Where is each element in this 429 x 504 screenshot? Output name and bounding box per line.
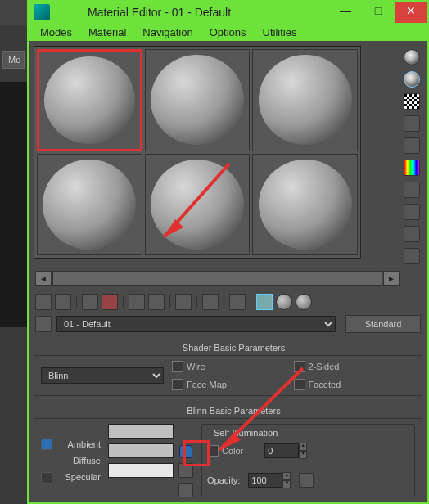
diffuse-specular-lock-icon[interactable] <box>41 472 52 484</box>
show-map-icon[interactable] <box>229 294 246 310</box>
rollout-title: Blinn Basic Parameters <box>46 406 422 416</box>
spin-up-icon[interactable]: ▲ <box>282 472 291 480</box>
material-id-icon[interactable] <box>202 294 219 310</box>
diffuse-label: Diffuse: <box>57 456 103 466</box>
side-toolbar <box>400 46 424 268</box>
material-map-nav-icon[interactable] <box>404 226 420 242</box>
left-panel-tab[interactable]: Mo <box>2 51 25 69</box>
sample-type-icon[interactable] <box>404 49 420 65</box>
self-illum-value[interactable] <box>264 443 299 458</box>
menu-material[interactable]: Material <box>80 25 134 40</box>
faceted-checkbox[interactable]: Faceted <box>294 379 403 390</box>
opacity-label: Opacity: <box>207 475 240 485</box>
show-end-result-icon[interactable] <box>256 294 273 310</box>
specular-swatch[interactable] <box>108 463 174 478</box>
background-icon[interactable] <box>404 93 420 110</box>
collapse-icon[interactable]: - <box>34 343 46 353</box>
material-slot-2[interactable] <box>145 49 251 151</box>
ambient-diffuse-lock-icon[interactable] <box>41 439 52 450</box>
material-type-button[interactable]: Standard <box>345 315 421 333</box>
sphere-preview <box>43 160 136 250</box>
face-map-checkbox[interactable]: Face Map <box>172 379 281 390</box>
shader-dropdown[interactable]: Blinn <box>41 367 164 384</box>
ambient-label: Ambient: <box>57 439 103 449</box>
options-icon[interactable] <box>404 182 420 198</box>
sphere-preview <box>151 55 244 145</box>
material-slots <box>34 46 361 259</box>
specular-label: Specular: <box>57 472 103 482</box>
go-forward-icon[interactable] <box>296 294 312 310</box>
diffuse-swatch[interactable] <box>108 443 174 458</box>
backlight-icon[interactable] <box>404 71 420 88</box>
material-name-dropdown[interactable]: 01 - Default <box>56 316 336 332</box>
menu-options[interactable]: Options <box>201 25 255 40</box>
select-by-material-icon[interactable] <box>404 204 420 220</box>
make-copy-icon[interactable] <box>129 294 145 310</box>
self-illum-group-label: Self-Illumination <box>210 428 281 438</box>
sphere-preview <box>259 160 352 250</box>
spin-down-icon[interactable]: ▼ <box>282 480 291 488</box>
two-sided-checkbox[interactable]: 2-Sided <box>294 361 403 372</box>
titlebar[interactable]: Material Editor - 01 - Default — □ ✕ <box>29 2 427 23</box>
shader-basic-rollout: - Shader Basic Parameters Blinn Wire 2-S… <box>34 340 422 396</box>
self-illum-spinner[interactable]: ▲▼ <box>264 443 307 459</box>
scroll-right-button[interactable]: ► <box>383 271 400 286</box>
self-illum-color-checkbox[interactable]: Color <box>207 445 243 457</box>
rollout-header[interactable]: - Blinn Basic Parameters <box>34 403 422 419</box>
material-slot-3[interactable] <box>252 49 358 151</box>
material-slot-4[interactable] <box>37 154 142 256</box>
spin-down-icon[interactable]: ▼ <box>299 451 307 459</box>
menu-navigation[interactable]: Navigation <box>134 25 201 40</box>
wire-checkbox[interactable]: Wire <box>172 361 281 372</box>
rollout-title: Shader Basic Parameters <box>46 343 422 353</box>
specular-map-button[interactable] <box>178 483 193 497</box>
slots-scrollbar[interactable]: ◄ ► <box>35 271 400 286</box>
sphere-preview <box>44 56 134 144</box>
ambient-lock-icon[interactable] <box>179 445 192 458</box>
close-button[interactable]: ✕ <box>395 2 427 23</box>
rollout-header[interactable]: - Shader Basic Parameters <box>34 340 422 356</box>
scrollbar-track[interactable] <box>52 271 382 286</box>
collapse-icon[interactable]: - <box>34 406 46 416</box>
diffuse-map-button[interactable] <box>178 463 193 478</box>
spin-up-icon[interactable]: ▲ <box>299 443 307 451</box>
material-slot-5[interactable] <box>145 154 251 256</box>
material-slot-6[interactable] <box>252 154 358 256</box>
menubar: Modes Material Navigation Options Utilit… <box>29 23 427 41</box>
menu-utilities[interactable]: Utilities <box>255 25 305 40</box>
sphere-preview <box>151 160 244 250</box>
material-slot-1[interactable] <box>37 49 142 151</box>
go-to-parent-icon[interactable] <box>276 294 292 310</box>
assign-to-selection-icon[interactable] <box>82 294 98 310</box>
minimize-button[interactable]: — <box>329 2 362 23</box>
reset-map-icon[interactable] <box>102 294 118 310</box>
sphere-preview <box>259 55 352 145</box>
make-unique-icon[interactable] <box>148 294 165 310</box>
opacity-value[interactable] <box>248 473 282 488</box>
opacity-spinner[interactable]: ▲▼ <box>248 472 291 488</box>
scroll-left-button[interactable]: ◄ <box>35 271 52 286</box>
slots-3x2-icon[interactable] <box>404 248 420 264</box>
pick-material-icon[interactable] <box>35 316 52 332</box>
maximize-button[interactable]: □ <box>362 2 395 23</box>
blinn-basic-rollout: - Blinn Basic Parameters Ambient: Dif <box>34 403 422 502</box>
ambient-swatch[interactable] <box>108 424 174 439</box>
put-to-scene-icon[interactable] <box>55 294 71 310</box>
menu-modes[interactable]: Modes <box>32 25 80 40</box>
sample-uv-icon[interactable] <box>404 115 420 132</box>
material-editor-window: Material Editor - 01 - Default — □ ✕ Mod… <box>27 0 429 504</box>
opacity-map-button[interactable] <box>299 473 314 488</box>
video-color-icon[interactable] <box>404 137 420 154</box>
app-icon <box>34 4 50 20</box>
get-material-icon[interactable] <box>35 294 52 310</box>
lower-toolbar <box>29 292 427 312</box>
put-to-library-icon[interactable] <box>175 294 192 310</box>
lock-bracket <box>41 424 52 497</box>
make-preview-icon[interactable] <box>404 160 420 176</box>
window-title: Material Editor - 01 - Default <box>55 6 329 19</box>
